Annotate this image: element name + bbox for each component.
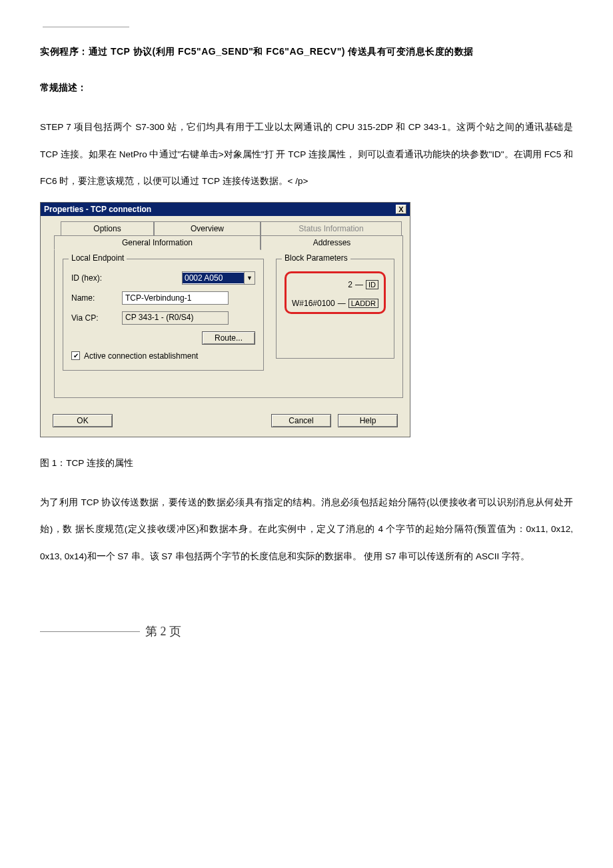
top-rule (43, 27, 129, 27)
footer-right: Cancel Help (271, 414, 398, 427)
row-active-connection[interactable]: ✔ Active connection establishment (71, 351, 255, 361)
paragraph-1: STEP 7 项目包括两个 S7-300 站，它们均具有用于工业以太网通讯的 C… (40, 114, 573, 195)
cancel-button[interactable]: Cancel (271, 414, 331, 427)
page-footer: 第 2 页 (40, 623, 573, 639)
tab-panel: Local Endpoint ID (hex): 0002 A050 ▼ Nam… (54, 249, 403, 398)
fieldset-local-endpoint: Local Endpoint ID (hex): 0002 A050 ▼ Nam… (63, 259, 264, 371)
row-via-cp: Via CP: CP 343-1 - (R0/S4) (71, 311, 255, 325)
fieldset-block-parameters: Block Parameters 2 — ID W#16#0100 — LADD… (276, 259, 394, 359)
footer-rule (40, 631, 140, 632)
page-number: 第 2 页 (145, 623, 181, 639)
chevron-down-icon: ▼ (244, 272, 255, 284)
dialog-footer: OK Cancel Help (41, 407, 410, 437)
label-via-cp: Via CP: (71, 313, 118, 323)
bp-laddr-label: LADDR (348, 299, 378, 308)
section-heading: 常规描述： (40, 82, 573, 94)
highlight-block-parameters: 2 — ID W#16#0100 — LADDR (285, 271, 386, 314)
row-name: Name: (71, 291, 255, 305)
input-name[interactable] (122, 291, 229, 305)
dash-icon: — (338, 299, 346, 308)
dialog-titlebar: Properties - TCP connection X (41, 203, 410, 216)
select-id-value: 0002 A050 (183, 273, 244, 283)
label-active-connection: Active connection establishment (84, 351, 198, 361)
tab-row-front: General Information Addresses (54, 235, 403, 250)
legend-block-parameters: Block Parameters (282, 253, 350, 263)
label-id: ID (hex): (71, 273, 118, 283)
bp-row-id: 2 — ID (348, 280, 378, 289)
dash-icon: — (355, 280, 363, 289)
tab-row-back: Options Overview Status Information (61, 221, 403, 235)
bp-id-value: 2 (348, 280, 352, 289)
checkbox-active-connection[interactable]: ✔ (71, 351, 80, 360)
help-button[interactable]: Help (338, 414, 398, 427)
figure-caption: 图 1：TCP 连接的属性 (40, 457, 573, 469)
bp-row-laddr: W#16#0100 — LADDR (292, 299, 378, 308)
tab-addresses[interactable]: Addresses (261, 235, 403, 250)
tab-status-information[interactable]: Status Information (261, 221, 402, 235)
close-icon[interactable]: X (396, 205, 406, 214)
ok-button[interactable]: OK (53, 414, 113, 427)
legend-local-endpoint: Local Endpoint (69, 253, 127, 263)
label-name: Name: (71, 293, 118, 303)
field-via-cp: CP 343-1 - (R0/S4) (122, 311, 229, 325)
route-button[interactable]: Route... (202, 331, 255, 345)
select-id-hex[interactable]: 0002 A050 ▼ (182, 271, 255, 285)
tab-overview[interactable]: Overview (154, 221, 261, 235)
properties-dialog: Properties - TCP connection X Options Ov… (40, 202, 410, 437)
tab-general-information[interactable]: General Information (54, 235, 261, 250)
dialog-body: Options Overview Status Information Gene… (41, 216, 410, 407)
dialog-title: Properties - TCP connection (44, 205, 151, 214)
paragraph-2: 为了利用 TCP 协议传送数据，要传送的数据必须具有指定的结构。消息必须包括起始… (40, 489, 573, 571)
bp-id-label: ID (366, 280, 378, 289)
row-route: Route... (71, 331, 255, 345)
page-title: 实例程序：通过 TCP 协议(利用 FC5"AG_SEND"和 FC6"AG_R… (40, 46, 573, 58)
bp-laddr-value: W#16#0100 (292, 299, 335, 308)
row-id: ID (hex): 0002 A050 ▼ (71, 271, 255, 285)
tab-options[interactable]: Options (61, 221, 154, 235)
